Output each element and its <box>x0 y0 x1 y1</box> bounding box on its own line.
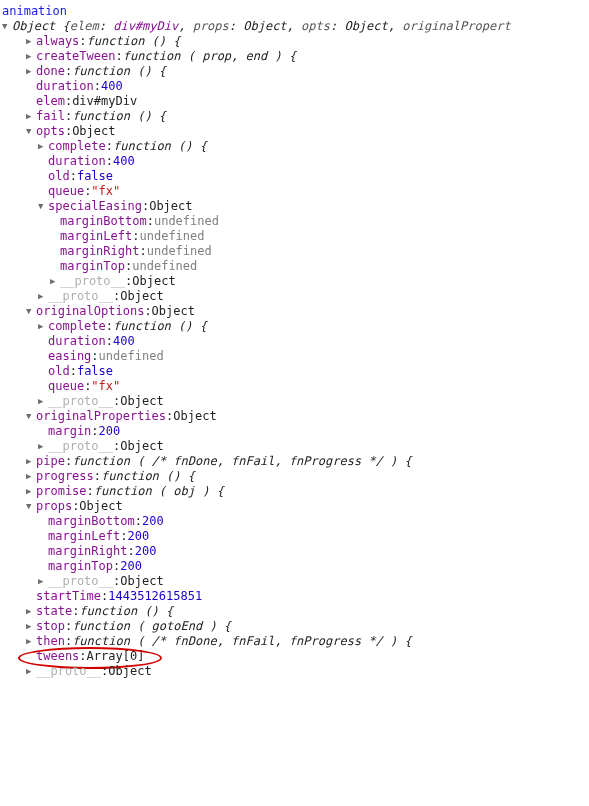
expand-arrow-icon[interactable]: ▶ <box>38 319 48 334</box>
property-value: 200 <box>135 544 157 559</box>
property-row[interactable]: margin: 200 <box>2 424 589 439</box>
property-row[interactable]: marginBottom: 200 <box>2 514 589 529</box>
property-row[interactable]: duration: 400 <box>2 154 589 169</box>
property-row[interactable]: tweens: Array[0] <box>2 649 589 664</box>
property-row[interactable]: marginLeft: undefined <box>2 229 589 244</box>
property-value: 400 <box>113 334 135 349</box>
expand-arrow-icon[interactable]: ▶ <box>26 619 36 634</box>
expand-arrow-icon[interactable]: ▶ <box>26 454 36 469</box>
property-row[interactable]: ▶always: function () { <box>2 34 589 49</box>
property-value: function ( /* fnDone, fnFail, fnProgress… <box>72 634 412 649</box>
property-value: function () { <box>87 34 181 49</box>
property-value: function () { <box>72 109 166 124</box>
expand-arrow-icon[interactable]: ▶ <box>26 664 36 679</box>
expand-arrow-icon[interactable]: ▶ <box>26 34 36 49</box>
property-value: Object <box>173 409 216 424</box>
colon: : <box>70 169 77 184</box>
property-row[interactable]: ▶__proto__: Object <box>2 289 589 304</box>
expand-arrow-icon[interactable]: ▶ <box>26 49 36 64</box>
expand-arrow-icon[interactable]: ▶ <box>38 289 48 304</box>
expand-arrow-icon[interactable]: ▶ <box>38 139 48 154</box>
colon: : <box>106 334 113 349</box>
property-value: function ( obj ) { <box>94 484 224 499</box>
property-row[interactable]: ▶createTween: function ( prop, end ) { <box>2 49 589 64</box>
colon: : <box>125 274 132 289</box>
property-key: marginRight <box>60 244 139 259</box>
property-key: specialEasing <box>48 199 142 214</box>
colon: : <box>139 244 146 259</box>
property-key: __proto__ <box>48 574 113 589</box>
property-row[interactable]: ▼opts: Object <box>2 124 589 139</box>
property-row[interactable]: ▶stop: function ( gotoEnd ) { <box>2 619 589 634</box>
property-row[interactable]: ▶fail: function () { <box>2 109 589 124</box>
property-key: marginRight <box>48 544 127 559</box>
property-row[interactable]: marginTop: undefined <box>2 259 589 274</box>
property-row[interactable]: duration: 400 <box>2 79 589 94</box>
property-row[interactable]: ▶state: function () { <box>2 604 589 619</box>
property-row[interactable]: ▶__proto__: Object <box>2 274 589 289</box>
expand-arrow-icon[interactable]: ▶ <box>26 604 36 619</box>
property-row[interactable]: ▶__proto__: Object <box>2 394 589 409</box>
expand-arrow-icon[interactable]: ▶ <box>26 469 36 484</box>
property-row[interactable]: marginBottom: undefined <box>2 214 589 229</box>
console-output: animation ▼ Object {elem: div#myDiv, pro… <box>2 4 589 679</box>
property-row[interactable]: ▶done: function () { <box>2 64 589 79</box>
expand-arrow-icon[interactable]: ▶ <box>26 484 36 499</box>
property-row[interactable]: queue: "fx" <box>2 379 589 394</box>
property-key: opts <box>36 124 65 139</box>
property-row[interactable]: old: false <box>2 364 589 379</box>
expand-arrow-icon[interactable]: ▼ <box>26 304 36 319</box>
expand-arrow-icon[interactable]: ▼ <box>26 409 36 424</box>
property-value: function ( /* fnDone, fnFail, fnProgress… <box>72 454 412 469</box>
property-row[interactable]: ▶__proto__: Object <box>2 574 589 589</box>
expand-arrow-icon[interactable]: ▼ <box>26 499 36 514</box>
expand-arrow-icon[interactable]: ▼ <box>2 19 12 34</box>
property-row[interactable]: ▶__proto__: Object <box>2 664 589 679</box>
property-row[interactable]: ▶complete: function () { <box>2 319 589 334</box>
expand-arrow-icon[interactable]: ▶ <box>38 439 48 454</box>
expand-arrow-icon[interactable]: ▼ <box>38 199 48 214</box>
expand-arrow-icon[interactable]: ▶ <box>26 109 36 124</box>
expand-arrow-icon[interactable]: ▶ <box>38 574 48 589</box>
property-row[interactable]: ▶then: function ( /* fnDone, fnFail, fnP… <box>2 634 589 649</box>
expand-arrow-icon[interactable]: ▶ <box>50 274 60 289</box>
property-value: Object <box>120 574 163 589</box>
colon: : <box>84 184 91 199</box>
property-row[interactable]: marginTop: 200 <box>2 559 589 574</box>
property-row[interactable]: ▶complete: function () { <box>2 139 589 154</box>
property-value: "fx" <box>91 184 120 199</box>
property-value: Object <box>108 664 151 679</box>
colon: : <box>125 259 132 274</box>
property-row[interactable]: ▼originalProperties: Object <box>2 409 589 424</box>
expand-arrow-icon[interactable]: ▶ <box>26 634 36 649</box>
expand-arrow-icon[interactable]: ▶ <box>26 64 36 79</box>
property-key: marginTop <box>60 259 125 274</box>
property-value: 400 <box>113 154 135 169</box>
property-key: progress <box>36 469 94 484</box>
property-row[interactable]: marginLeft: 200 <box>2 529 589 544</box>
property-row[interactable]: easing: undefined <box>2 349 589 364</box>
property-row[interactable]: startTime: 1443512615851 <box>2 589 589 604</box>
property-row[interactable]: duration: 400 <box>2 334 589 349</box>
colon: : <box>65 64 72 79</box>
property-row[interactable]: marginRight: undefined <box>2 244 589 259</box>
property-key: done <box>36 64 65 79</box>
colon: : <box>94 79 101 94</box>
property-row[interactable]: ▶__proto__: Object <box>2 439 589 454</box>
property-row[interactable]: ▼props: Object <box>2 499 589 514</box>
expand-arrow-icon[interactable]: ▼ <box>26 124 36 139</box>
property-row[interactable]: ▼originalOptions: Object <box>2 304 589 319</box>
property-row[interactable]: ▶progress: function () { <box>2 469 589 484</box>
property-value: Array[0] <box>87 649 145 664</box>
property-key: queue <box>48 379 84 394</box>
property-row[interactable]: marginRight: 200 <box>2 544 589 559</box>
property-row[interactable]: old: false <box>2 169 589 184</box>
property-row[interactable]: queue: "fx" <box>2 184 589 199</box>
property-value: Object <box>72 124 115 139</box>
property-row[interactable]: ▼specialEasing: Object <box>2 199 589 214</box>
property-row[interactable]: elem: div#myDiv <box>2 94 589 109</box>
object-summary[interactable]: ▼ Object {elem: div#myDiv, props: Object… <box>2 19 589 34</box>
expand-arrow-icon[interactable]: ▶ <box>38 394 48 409</box>
property-row[interactable]: ▶promise: function ( obj ) { <box>2 484 589 499</box>
property-row[interactable]: ▶pipe: function ( /* fnDone, fnFail, fnP… <box>2 454 589 469</box>
